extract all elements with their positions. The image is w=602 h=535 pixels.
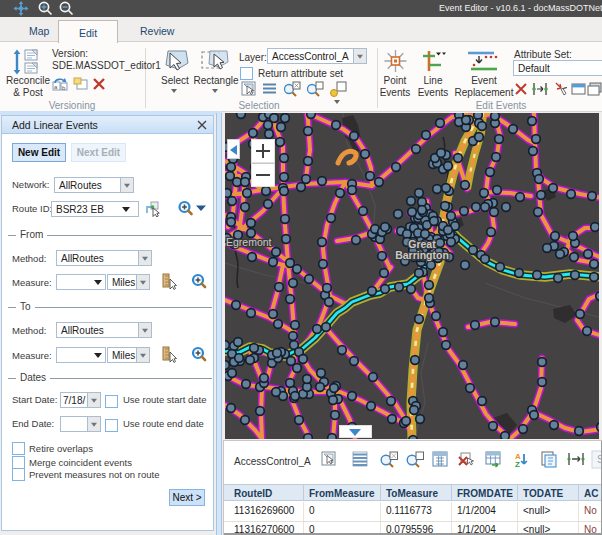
svg-text:Z: Z bbox=[515, 460, 520, 469]
svg-text:Egremont: Egremont bbox=[226, 236, 272, 248]
svg-text:Barrington: Barrington bbox=[395, 249, 449, 261]
